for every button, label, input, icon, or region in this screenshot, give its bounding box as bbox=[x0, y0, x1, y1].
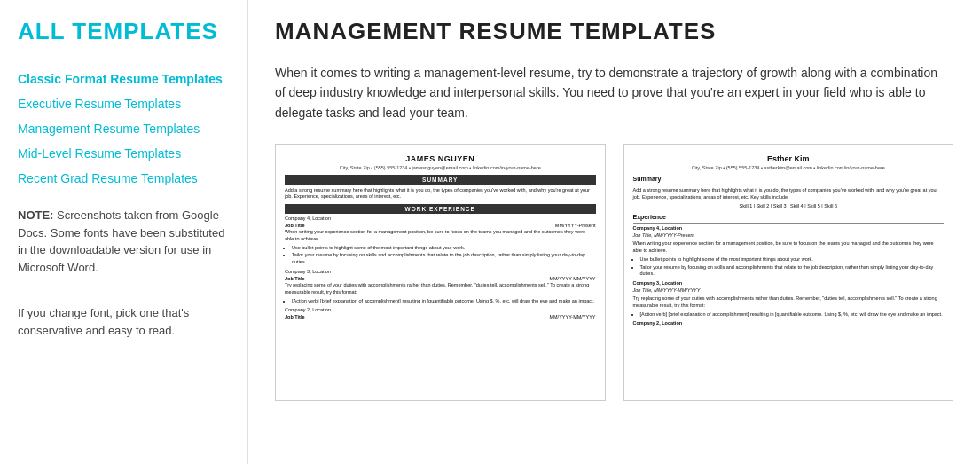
resume2-bullets1: Use bullet points to highlight some of t… bbox=[633, 256, 945, 278]
sidebar-link-executive[interactable]: Executive Resume Templates bbox=[18, 97, 181, 111]
template-preview-james: JAMES NGUYEN City, State Zip • (555) 555… bbox=[276, 145, 605, 401]
template-grid: JAMES NGUYEN City, State Zip • (555) 555… bbox=[275, 144, 953, 401]
resume1-summary-title: SUMMARY bbox=[285, 175, 596, 185]
resume2-company3: Company 2, Location bbox=[633, 320, 683, 327]
sidebar-note-label: NOTE: bbox=[18, 208, 53, 222]
sidebar-item-midlevel[interactable]: Mid-Level Resume Templates bbox=[18, 146, 230, 161]
page-title: MANAGEMENT RESUME TEMPLATES bbox=[275, 18, 953, 45]
resume2-company1: Company 4, Location bbox=[633, 225, 683, 232]
resume1-jobtitle3-line: Job Title MM/YYYY-MM/YYYY bbox=[285, 314, 596, 321]
resume1-job3: Job Title bbox=[285, 314, 305, 321]
resume2-exp-text1: When writing your experience section for… bbox=[633, 240, 945, 254]
resume2-summary-title: Summary bbox=[633, 175, 945, 185]
resume1-exp-title: WORK EXPERIENCE bbox=[285, 204, 596, 214]
resume1-jobtitle1-line: Job Title MM/YYYY-Present bbox=[285, 223, 596, 230]
resume1-bullet1: Use bullet points to highlight some of t… bbox=[292, 245, 596, 252]
sidebar-tip: If you change font, pick one that's cons… bbox=[18, 304, 230, 339]
template-card-james[interactable]: JAMES NGUYEN City, State Zip • (555) 555… bbox=[275, 144, 606, 401]
app-layout: ALL TEMPLATES Classic Format Resume Temp… bbox=[0, 0, 980, 464]
sidebar-item-recentgrad[interactable]: Recent Grad Resume Templates bbox=[18, 171, 230, 185]
resume2-bullets2: [Action verb] [brief explanation of acco… bbox=[633, 311, 945, 319]
resume1-job1-line: Company 4, Location bbox=[285, 216, 596, 223]
resume1-date3: MM/YYYY-MM/YYYY bbox=[549, 314, 595, 321]
resume2-job3-line: Company 2, Location bbox=[633, 320, 945, 327]
resume1-name: JAMES NGUYEN bbox=[285, 153, 596, 165]
resume2-name: Esther Kim bbox=[633, 153, 945, 165]
resume1-job2: Job Title bbox=[285, 276, 305, 283]
sidebar-title: ALL TEMPLATES bbox=[18, 18, 230, 45]
resume2-job1-title: Job Title, MM/YYYY-Present bbox=[633, 232, 945, 240]
resume2-exp-title: Experience bbox=[633, 213, 945, 224]
resume1-date2: MM/YYYY-MM/YYYY bbox=[549, 276, 595, 283]
resume1-job3-line: Company 2, Location bbox=[285, 307, 596, 314]
resume1-date1: MM/YYYY-Present bbox=[555, 223, 596, 230]
resume2-job1-line: Company 4, Location bbox=[633, 225, 945, 232]
resume1-bullets2: [Action verb] [brief explanation of acco… bbox=[285, 298, 596, 305]
resume2-bullet2: Tailor your resume by focusing on skills… bbox=[640, 264, 945, 278]
sidebar-item-classic[interactable]: Classic Format Resume Templates bbox=[18, 72, 230, 86]
template-card-esther[interactable]: Esther Kim City, State Zip • (555) 555-1… bbox=[623, 144, 954, 401]
sidebar-item-management[interactable]: Management Resume Templates bbox=[18, 122, 230, 136]
sidebar-note: NOTE: Screenshots taken from Google Docs… bbox=[18, 207, 230, 276]
resume2-skills: Skill 1 | Skill 2 | Skill 3 | Skill 4 | … bbox=[633, 203, 945, 210]
resume1-company3: Company 2, Location bbox=[285, 307, 331, 314]
resume2-company2: Company 3, Location bbox=[633, 280, 683, 287]
sidebar-link-management[interactable]: Management Resume Templates bbox=[18, 122, 200, 136]
resume2-summary-text: Add a strong resume summary here that hi… bbox=[633, 187, 945, 201]
resume2-contact: City, State Zip • (555) 555-1234 • esthe… bbox=[633, 165, 945, 172]
resume1-exp-text2: Try replacing some of your duties with a… bbox=[285, 282, 596, 295]
resume2-bullet3: [Action verb] [brief explanation of acco… bbox=[640, 311, 945, 319]
resume2-job2-title: Job Title, MM/YYYY-MM/YYYY bbox=[633, 287, 945, 295]
sidebar-link-recentgrad[interactable]: Recent Grad Resume Templates bbox=[18, 171, 198, 185]
sidebar-link-classic[interactable]: Classic Format Resume Templates bbox=[18, 72, 223, 86]
resume2-job2-line: Company 3, Location bbox=[633, 280, 945, 287]
sidebar: ALL TEMPLATES Classic Format Resume Temp… bbox=[0, 0, 248, 464]
resume1-company2: Company 3, Location bbox=[285, 269, 331, 276]
resume1-company1: Company 4, Location bbox=[285, 216, 331, 223]
resume1-job1: Job Title bbox=[285, 223, 305, 230]
main-content: MANAGEMENT RESUME TEMPLATES When it come… bbox=[248, 0, 980, 464]
sidebar-link-midlevel[interactable]: Mid-Level Resume Templates bbox=[18, 146, 181, 161]
sidebar-nav: Classic Format Resume Templates Executiv… bbox=[18, 72, 230, 185]
sidebar-item-executive[interactable]: Executive Resume Templates bbox=[18, 97, 230, 111]
resume1-job2-line: Company 3, Location bbox=[285, 269, 596, 276]
resume1-jobtitle2-line: Job Title MM/YYYY-MM/YYYY bbox=[285, 276, 596, 283]
resume2-exp-text2: Try replacing some of your duties with a… bbox=[633, 295, 945, 309]
resume1-bullet2: Tailor your resume by focusing on skills… bbox=[292, 252, 596, 265]
template-preview-esther: Esther Kim City, State Zip • (555) 555-1… bbox=[624, 145, 953, 401]
resume1-contact: City, State Zip • (555) 555-1234 • james… bbox=[285, 165, 596, 172]
resume1-bullet3: [Action verb] [brief explanation of acco… bbox=[292, 298, 596, 305]
resume2-bullet1: Use bullet points to highlight some of t… bbox=[640, 256, 945, 263]
page-description: When it comes to writing a management-le… bbox=[275, 63, 949, 122]
resume1-exp-text1: When writing your experience section for… bbox=[285, 229, 596, 242]
resume1-bullets1: Use bullet points to highlight some of t… bbox=[285, 245, 596, 266]
resume1-summary-text: Add a strong resume summary here that hi… bbox=[285, 187, 596, 201]
